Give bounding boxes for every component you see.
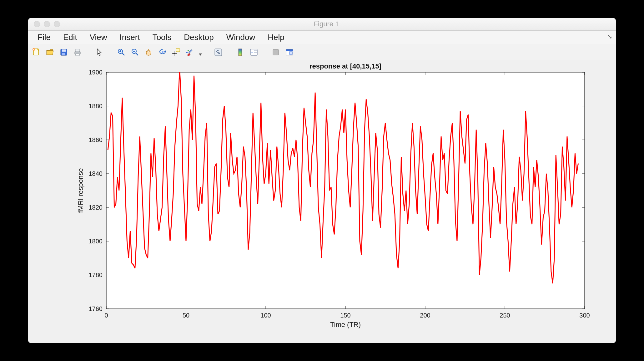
open-button[interactable] [44,47,56,58]
svg-rect-18 [176,48,180,52]
ytick-label: 1820 [89,204,103,211]
pointer-button[interactable] [94,47,105,58]
dock-button[interactable] [284,47,295,58]
svg-rect-8 [76,54,79,56]
link-button[interactable] [213,47,224,58]
svg-line-14 [136,53,138,55]
figure-area: 0501001502002503001760178018001820184018… [28,60,616,343]
window-title: Figure 1 [60,20,593,28]
ytick-label: 1860 [89,136,103,143]
menu-view[interactable]: View [83,31,113,43]
menu-help[interactable]: Help [261,31,290,43]
svg-point-21 [174,53,175,54]
hide-tools-button[interactable] [270,47,281,58]
legend-button[interactable] [248,47,259,58]
ytick-label: 1900 [89,69,103,76]
titlebar: Figure 1 [28,18,616,31]
dock-arrow-icon[interactable]: ↘ [607,33,612,40]
window-controls [34,21,60,27]
menu-edit[interactable]: Edit [57,31,83,43]
xlabel: Time (TR) [330,321,361,328]
brush-button[interactable] [184,47,196,58]
colorbar-button[interactable] [234,47,246,58]
svg-rect-27 [239,49,242,56]
menubar: File Edit View Insert Tools Desktop Wind… [28,31,616,44]
svg-marker-16 [164,50,166,52]
brush-dropdown-icon[interactable] [199,53,202,56]
ytick-label: 1800 [89,238,103,245]
xtick-label: 50 [183,312,189,319]
data-cursor-button[interactable] [171,47,182,58]
pan-button[interactable] [143,47,154,58]
xtick-label: 100 [260,312,271,319]
ylabel: fMRI response [77,168,84,213]
svg-rect-7 [76,49,79,52]
svg-rect-33 [273,49,279,55]
menu-file[interactable]: File [31,31,57,43]
menu-window[interactable]: Window [220,31,261,43]
xtick-label: 300 [579,312,590,319]
axes[interactable]: 0501001502002503001760178018001820184018… [28,60,616,343]
minimize-window-icon[interactable] [44,21,50,27]
menu-insert[interactable]: Insert [113,31,146,43]
zoom-in-button[interactable] [116,47,127,58]
rotate3d-button[interactable] [157,47,168,58]
svg-point-23 [188,50,189,51]
svg-rect-32 [254,52,257,53]
xtick-label: 150 [340,312,350,319]
zoom-out-button[interactable] [129,47,141,58]
svg-point-17 [162,51,164,53]
svg-rect-35 [286,49,293,51]
figure-window: Figure 1 File Edit View Insert Tools Des… [28,18,616,343]
menu-tools[interactable]: Tools [146,31,178,43]
svg-point-24 [186,52,188,53]
xtick-label: 200 [420,312,430,319]
toolbar [28,44,616,61]
save-button[interactable] [58,47,69,58]
ytick-label: 1780 [89,272,103,278]
ytick-label: 1760 [89,305,103,312]
svg-rect-36 [289,52,292,54]
zoom-window-icon[interactable] [54,21,60,27]
xtick-label: 250 [500,312,510,319]
new-figure-button[interactable] [31,47,42,58]
svg-line-10 [122,53,124,55]
svg-rect-4 [62,49,66,52]
axes-title: response at [40,15,15] [309,62,381,70]
menu-desktop[interactable]: Desktop [178,31,220,43]
ytick-label: 1840 [89,170,103,177]
ytick-label: 1880 [89,103,103,109]
xtick-label: 0 [104,312,108,319]
svg-rect-5 [62,53,65,55]
print-button[interactable] [72,47,83,58]
svg-rect-31 [254,50,257,51]
svg-rect-22 [189,49,192,53]
close-window-icon[interactable] [34,21,40,27]
